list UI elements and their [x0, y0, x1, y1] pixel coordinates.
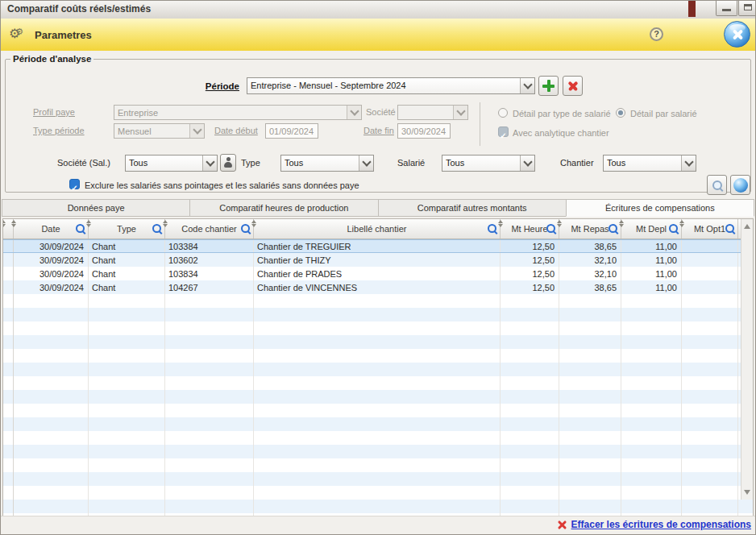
tab-donnees-paye[interactable]: Données paye: [2, 199, 189, 217]
filter-icon[interactable]: [152, 224, 161, 233]
table-row-empty: [3, 335, 753, 349]
cell-date: [14, 308, 89, 321]
scroll-down-icon[interactable]: [744, 490, 750, 495]
cell-libelle: [254, 404, 501, 417]
help-icon[interactable]: ?: [650, 27, 663, 41]
sort-arrows-icon[interactable]: [10, 220, 17, 227]
maximize-button[interactable]: [738, 1, 756, 16]
societe-combobox: [397, 105, 468, 120]
period-analysis-group: Période d'analyse Période Entreprise - M…: [5, 54, 751, 193]
table-row[interactable]: 30/09/2024Chant103602Chantier de THIZY12…: [3, 253, 753, 267]
header-mt-depl[interactable]: Mt Depl: [621, 219, 682, 238]
chevron-down-icon[interactable]: [520, 156, 534, 171]
clear-entries-link[interactable]: Effacer les écritures de compensations: [571, 519, 751, 530]
header-mt-opt1[interactable]: Mt Opt1: [682, 219, 738, 238]
cell-code: [165, 431, 254, 445]
filter-icon[interactable]: [669, 224, 678, 233]
tab-label: Comparatif autres montants: [417, 203, 527, 213]
sort-arrows-icon[interactable]: [556, 220, 563, 227]
vertical-scrollbar[interactable]: [741, 219, 753, 500]
cell-date: [14, 458, 89, 472]
person-icon: [224, 157, 232, 168]
row-indicator: [3, 458, 14, 472]
cell-mt_opt1: [682, 431, 738, 445]
cell-mt_opt1: [682, 376, 738, 390]
header-code-chantier[interactable]: Code chantier: [165, 219, 254, 238]
add-period-button[interactable]: [538, 76, 559, 96]
column-label: Mt Repas: [571, 224, 609, 234]
sort-arrows-icon[interactable]: [162, 220, 168, 227]
chevron-down-icon[interactable]: [359, 156, 373, 171]
header-date[interactable]: Date: [14, 219, 89, 238]
table-row[interactable]: 30/09/2024Chant104267Chantier de VINCENN…: [3, 280, 753, 294]
cell-date: [14, 376, 89, 390]
plus-icon: [542, 80, 555, 92]
sort-arrows-icon[interactable]: [2, 220, 6, 227]
cell-libelle: [254, 390, 501, 404]
sort-arrows-icon[interactable]: [251, 220, 257, 227]
minimize-button[interactable]: [716, 1, 737, 16]
table-row[interactable]: 30/09/2024Chant103384Chantier de TREGUIE…: [3, 239, 753, 253]
filter-icon[interactable]: [488, 224, 496, 233]
sort-arrows-icon[interactable]: [618, 220, 625, 227]
profil-paye-combobox: Entreprise: [114, 105, 362, 120]
filter-icon[interactable]: [241, 224, 250, 233]
cell-mt_depl: [621, 335, 682, 349]
row-indicator: [3, 267, 14, 280]
sort-arrows-icon[interactable]: [85, 220, 92, 227]
header-libelle-chantier[interactable]: Libellé chantier: [254, 219, 501, 238]
cell-mt_opt1: [682, 486, 738, 500]
tab-ecritures-compensations[interactable]: Écritures de compensations: [566, 199, 754, 217]
table-row-empty: [3, 390, 753, 404]
salarie-combobox[interactable]: Tous: [442, 155, 535, 172]
cell-type: [89, 390, 165, 404]
scroll-up-icon[interactable]: [744, 224, 750, 229]
filter-icon[interactable]: [76, 224, 85, 233]
filter-icon[interactable]: [609, 224, 617, 233]
header-type[interactable]: Type: [89, 219, 165, 238]
type-filter-combobox[interactable]: Tous: [280, 155, 374, 172]
table-row[interactable]: 30/09/2024Chant103834Chantier de PRADES1…: [3, 267, 753, 280]
select-employee-button[interactable]: [220, 154, 236, 172]
cell-mt_repas: [559, 321, 621, 335]
cell-libelle: Chantier de VINCENNES: [254, 280, 501, 294]
toolbar: ⚙⚙ Parametres ?: [1, 19, 755, 52]
chevron-down-icon[interactable]: [681, 156, 696, 171]
cell-libelle: Chantier de PRADES: [254, 267, 501, 280]
delete-period-button[interactable]: [563, 76, 583, 96]
header-mt-heure[interactable]: Mt Heure: [501, 219, 559, 238]
cell-mt_heure: 12,50: [501, 267, 559, 280]
red-x-icon: [557, 520, 567, 529]
exclure-checkbox[interactable]: [69, 179, 80, 189]
chevron-down-icon[interactable]: [520, 78, 534, 93]
cell-mt_repas: [559, 500, 621, 513]
close-button[interactable]: [724, 21, 750, 48]
cell-libelle: [254, 417, 501, 431]
radio-detail-par-salarie-label: Détail par salarié: [630, 109, 697, 118]
societe-sal-combobox[interactable]: Tous: [125, 155, 218, 172]
cell-mt_heure: [501, 500, 559, 513]
periode-combobox[interactable]: Entreprise - Mensuel - Septembre 2024: [247, 77, 535, 94]
tab-comparatif-heures[interactable]: Comparatif heures de production: [189, 199, 377, 217]
filter-icon[interactable]: [725, 224, 734, 233]
run-button[interactable]: [730, 175, 750, 195]
cell-mt_heure: [501, 321, 559, 335]
clear-entries-action[interactable]: Effacer les écritures de compensations: [557, 519, 751, 530]
group-legend: Période d'analyse: [10, 54, 93, 64]
date-debut-label: Date début: [214, 126, 258, 135]
cell-type: [89, 294, 165, 308]
cell-mt_repas: [559, 431, 621, 445]
cell-mt_repas: [559, 349, 621, 363]
table-row-empty: [3, 376, 753, 390]
chantier-combobox[interactable]: Tous: [603, 155, 696, 172]
header-mt-repas[interactable]: Mt Repas: [559, 219, 621, 238]
search-button[interactable]: [707, 175, 727, 195]
cell-mt_opt1: [682, 445, 738, 458]
sort-arrows-icon[interactable]: [497, 220, 504, 227]
cell-date: 30/09/2024: [14, 267, 89, 280]
sort-arrows-icon[interactable]: [679, 220, 685, 227]
filter-icon[interactable]: [546, 224, 555, 233]
chevron-down-icon[interactable]: [202, 156, 217, 171]
tab-comparatif-montants[interactable]: Comparatif autres montants: [378, 199, 566, 217]
cell-mt_repas: [559, 472, 621, 486]
